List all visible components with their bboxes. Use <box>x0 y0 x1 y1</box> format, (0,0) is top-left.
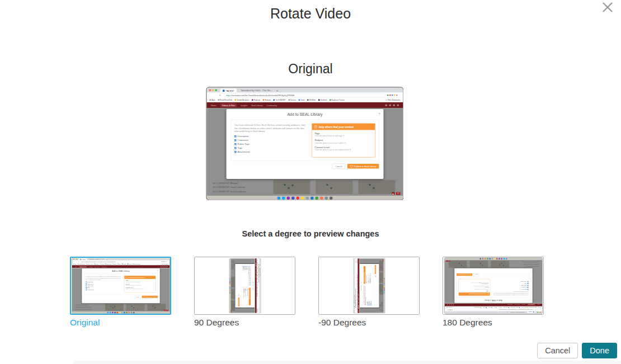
bookmark-favicon <box>298 99 300 101</box>
other-bookmarks: ▾ Other Bookmarks <box>257 308 257 312</box>
bookmark-item: Zoom <box>257 284 257 286</box>
site-nav-item: Insights <box>240 103 247 106</box>
intro-text: You have selected 16 files. Each file ha… <box>248 266 251 286</box>
url-scheme: https:// <box>226 94 232 96</box>
seal-modal-close-icon: × <box>253 306 254 307</box>
seal-modal-header: Add to SEAL Library × <box>359 264 361 308</box>
checkbox-icon <box>234 146 237 149</box>
thumbnail-frame: TALENT Speedtest by Ookla - The Glo... +… <box>319 257 419 314</box>
dock-icon <box>229 281 230 282</box>
browser-nav-icons: ← → ↻ <box>258 259 258 262</box>
checkbox-icon <box>86 289 87 290</box>
checkbox-icon <box>244 266 245 267</box>
done-button[interactable]: Done <box>582 343 617 358</box>
bookmark-item: MailMine <box>307 99 316 101</box>
extension-icon <box>355 262 356 263</box>
instruction-text: Select a degree to preview changes <box>0 229 621 238</box>
avatar <box>166 266 167 267</box>
bookmarks-bar: Apps RoomWizardTab Google Analytics Fogb… <box>206 98 403 102</box>
close-button[interactable] <box>600 1 615 15</box>
mac-zoom-icon <box>260 261 260 261</box>
bookmark-item: Service <box>498 307 502 308</box>
dock-icon <box>489 258 491 259</box>
page-area: NO CONTENT KIT: Bilingual NO CONTENT KIT… <box>359 258 384 313</box>
help-panel-header: ? Help others find your content <box>312 124 375 130</box>
degree-option-label: -90 Degrees <box>318 318 420 328</box>
search-icon <box>255 308 256 309</box>
bookmark-item: Hubspot <box>262 99 271 101</box>
attributes-column: You have selected 16 files. Each file ha… <box>234 123 308 157</box>
intro-text: You have selected 16 files. Each file ha… <box>86 276 122 281</box>
video-preview-frame: TALENT Speedtest by Ookla - The Glo... +… <box>206 87 403 200</box>
site-nav-item: Seal Library <box>358 297 359 301</box>
help-item: Tags Click the pencil icon to add tags ✎ <box>365 266 367 283</box>
extension-icon <box>389 94 391 96</box>
dock-icon <box>126 312 128 314</box>
close-icon <box>601 1 614 14</box>
attribute-checkbox-row: Description <box>86 281 122 282</box>
intro-text: You have selected 16 files. Each file ha… <box>234 123 308 133</box>
bookmark-favicon <box>133 264 133 264</box>
checkbox-icon <box>247 266 247 267</box>
extension-icon <box>451 310 452 310</box>
mac-close-icon <box>209 89 211 91</box>
dock-icon <box>384 289 385 290</box>
play-badge-icon: ▶ <box>164 310 166 311</box>
avatar <box>446 304 448 305</box>
degree-option-90[interactable]: TALENT Speedtest by Ookla - The Glo... +… <box>194 257 295 328</box>
thumbnail-frame: TALENT Speedtest by Ookla - The Glo... +… <box>443 257 543 314</box>
seal-badge-icon <box>469 274 471 275</box>
site-nav-item: Community <box>358 294 359 296</box>
site-nav-item-active: Videos & Files <box>527 304 535 306</box>
dock-icon <box>282 196 285 200</box>
mac-window-buttons <box>537 312 540 313</box>
preview-heading: Original <box>0 62 621 77</box>
help-panel-header: ? Help others find your content <box>458 292 490 296</box>
site-nav-item: Insights <box>358 301 359 304</box>
browser-tab-active: TALENT <box>220 88 237 92</box>
seal-publish-button: Publish to Seal Library <box>347 164 379 169</box>
bookmark-favicon <box>77 264 78 264</box>
search-icon <box>453 304 454 305</box>
dock-icon <box>301 196 304 200</box>
pencil-icon: ✎ <box>245 297 246 297</box>
seal-modal-footer: Cancel Publish to Seal Library <box>84 296 157 299</box>
seal-modal-footer: Cancel Publish to Seal Library <box>230 163 379 169</box>
pencil-icon: ✎ <box>366 275 367 275</box>
new-tab-icon: + <box>106 258 107 260</box>
dock-icon <box>229 292 230 294</box>
attribute-checkbox-row: Tags <box>370 285 370 305</box>
help-column: ? Help others find your content Tags Cli… <box>241 287 251 305</box>
cc-badge-icon: CC <box>230 311 231 312</box>
bookmark-item: MailMine <box>488 307 492 308</box>
cancel-button[interactable]: Cancel <box>537 343 578 358</box>
degree-option-180[interactable]: TALENT Speedtest by Ookla - The Glo... +… <box>443 257 544 328</box>
attribute-checkbox-row: Rubric Tags <box>234 143 308 145</box>
attributes-column: You have selected 16 files. Each file ha… <box>86 276 122 292</box>
dialog-footer: Cancel Done <box>537 343 617 358</box>
attribute-checkbox-row: Comments <box>234 139 308 141</box>
mac-zoom-icon <box>76 259 77 260</box>
degree-option-minus-90[interactable]: TALENT Speedtest by Ookla - The Glo... +… <box>318 257 420 328</box>
bookmark-item: TorshTALENT <box>257 277 257 280</box>
browser-menu-icon: ⋮ <box>355 259 356 259</box>
chevron-down-icon: ▾ <box>453 307 453 308</box>
bookmark-item: RoomWizardTab <box>356 306 357 310</box>
url-field: https:// torshtalent.com/files?mainFilte… <box>81 261 161 262</box>
pencil-icon: ✎ <box>342 135 344 137</box>
video-frame: TALENT Speedtest by Ookla - The Glo... +… <box>353 258 384 313</box>
attribute-checkbox-row: Attachments <box>492 281 528 282</box>
extension-icon <box>448 310 449 310</box>
dock-icon <box>229 290 230 291</box>
bookmark-item: TorshTALENT <box>273 99 285 101</box>
page-area: NO CONTENT KIT: Bilingual NO CONTENT KIT… <box>206 108 403 196</box>
degree-option-original[interactable]: TALENT Speedtest by Ookla - The Glo... +… <box>70 257 171 328</box>
bookmark-item: Fogbugz <box>94 263 98 264</box>
browser-menu-icon: ⋮ <box>446 309 447 310</box>
seal-modal-title: Add to SEAL Library <box>484 299 502 301</box>
help-item: Content Level Click the pencil icon to s… <box>124 286 156 289</box>
search-icon <box>385 104 387 106</box>
dock-icon <box>384 290 385 291</box>
player-badges: ▶ CC <box>446 261 450 262</box>
dock-icon <box>384 282 385 283</box>
